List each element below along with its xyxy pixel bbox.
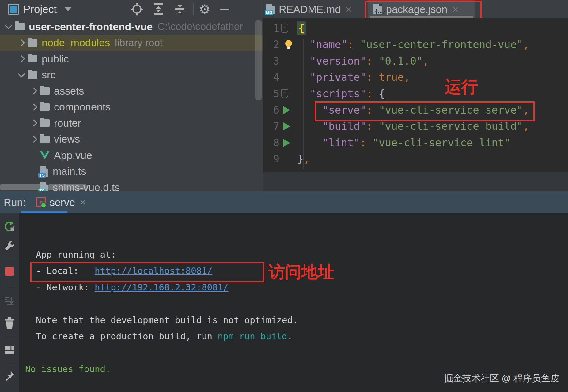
console-text: - Network: [25,282,95,293]
fold-marker-icon[interactable]: − [281,89,288,98]
console-text: npm run build [218,331,287,342]
code-token: { [297,21,306,35]
gear-icon[interactable]: ⚙ [198,2,211,16]
run-tab-serve[interactable]: n serve × [36,191,86,213]
line-number: 6 [263,102,279,118]
restore-layout-icon[interactable] [0,345,19,356]
chevron-right-icon[interactable] [28,121,40,125]
tree-item-node-modules[interactable]: node_moduleslibrary root [0,35,263,51]
json-key: "build" [322,120,366,132]
chevron-down-icon[interactable] [15,73,28,77]
code-line[interactable]: "serve": "vue-cli-service serve", [297,102,529,118]
close-icon[interactable]: × [346,3,352,15]
line-number: 2 [263,36,279,53]
console-text: Note that the development build is not o… [25,315,298,325]
folder-icon [40,103,50,111]
code-token [297,120,322,132]
console-url-link[interactable]: http://localhost:8081/ [95,266,212,276]
tree-item-main-ts[interactable]: TSmain.ts [0,163,263,180]
code-line[interactable]: "scripts": { [297,86,529,102]
npm-run-icon: n [36,197,46,207]
pin-icon[interactable] [0,370,19,382]
code-token: : [366,71,379,83]
code-content[interactable]: { "name": "user-center-frontend-vue", "v… [297,20,529,167]
tab-package-json[interactable]: {…} package.json × [368,0,475,18]
line-number: 3 [263,53,279,69]
tree-item-label: components [54,101,111,113]
scroll-to-end-icon[interactable] [0,295,19,306]
watermark-text: 掘金技术社区 @ 程序员鱼皮 [444,372,559,385]
run-console[interactable]: App running at: - Local: http://localhos… [19,213,568,392]
tree-item-shims-vue-d-ts[interactable]: TSshims-vue.d.ts [0,179,263,191]
clear-trash-icon[interactable] [0,317,19,329]
chevron-right-icon[interactable] [28,137,40,142]
code-line[interactable]: "private": true, [297,69,529,85]
code-token: : [360,136,373,149]
code-line[interactable]: "version": "0.1.0", [297,53,529,69]
code-editor[interactable]: 123456789 −− { "name": "user-center-fron… [263,18,568,172]
tree-item-src[interactable]: src [0,67,263,83]
folder-icon [28,55,37,62]
tree-row-root[interactable]: user-center-frontend-vueC:\code\codefath… [0,19,263,35]
code-token: , [523,38,529,50]
tree-item-public[interactable]: public [0,51,263,67]
vue-icon [40,151,50,159]
close-icon[interactable]: × [452,3,458,15]
tree-item-views[interactable]: views [0,131,263,147]
code-line[interactable]: "lint": "vue-cli-service lint" [297,135,529,151]
code-token [297,104,322,116]
rerun-icon[interactable] [0,221,19,232]
chevron-right-icon[interactable] [15,56,28,61]
run-line-icon[interactable] [283,139,290,147]
console-line: - Network: http://192.168.2.32:8081/ [25,279,298,296]
chevron-down-icon[interactable] [2,25,15,28]
project-panel-title[interactable]: Project [23,3,57,15]
code-token: , [523,120,529,132]
stop-icon[interactable] [0,267,19,276]
close-icon[interactable]: × [80,197,86,208]
tree-item-assets[interactable]: assets [0,83,263,99]
json-string: "user-center-frontend-vue" [360,38,523,50]
run-line-icon[interactable] [283,106,290,114]
console-line [25,296,298,312]
code-line[interactable]: "build": "vue-cli-service build", [297,118,529,134]
code-token: , [422,55,429,67]
locate-file-icon[interactable] [130,2,144,16]
tree-item-app-vue[interactable]: App.vue [0,147,263,163]
console-text: - Local: [25,266,95,276]
hide-panel-icon[interactable] [218,2,232,16]
code-token: : [366,120,379,132]
chevron-down-icon[interactable] [65,7,71,11]
expand-all-icon[interactable] [152,2,165,16]
tree-vertical-scrollbar[interactable] [255,20,262,100]
run-line-icon[interactable] [283,122,290,130]
code-line[interactable]: }, [297,151,529,167]
code-line[interactable]: "name": "user-center-frontend-vue", [297,36,529,53]
chevron-right-icon[interactable] [15,40,28,45]
editor-bottom-strip [263,172,568,192]
code-token: { [379,88,385,100]
tab-label: README.md [279,3,341,15]
run-tab-label: serve [50,196,75,208]
line-number: 4 [263,69,279,85]
json-string: "0.1.0" [379,55,422,67]
tree-item-label: main.ts [53,165,86,177]
wrench-icon[interactable] [0,240,19,252]
console-url-link[interactable]: http://192.168.2.32:8081/ [95,282,229,293]
fold-marker-icon[interactable]: − [281,24,288,33]
tsd-icon: TS [40,182,48,191]
tree-item-router[interactable]: router [0,115,263,131]
json-string: "vue-cli-service serve" [379,104,523,116]
collapse-all-icon[interactable] [173,2,187,16]
run-toolbar-strip [0,213,19,392]
chevron-right-icon[interactable] [28,88,40,93]
tab-readme[interactable]: MD README.md × [266,0,352,18]
tree-item-components[interactable]: components [0,99,263,115]
code-line[interactable]: { [297,20,529,36]
json-key: "version" [310,55,366,67]
chevron-right-icon[interactable] [28,105,40,110]
folder-icon [40,87,50,95]
console-text: To create a production build, run [25,331,218,342]
code-token [297,136,322,149]
json-key: "private" [310,71,366,83]
